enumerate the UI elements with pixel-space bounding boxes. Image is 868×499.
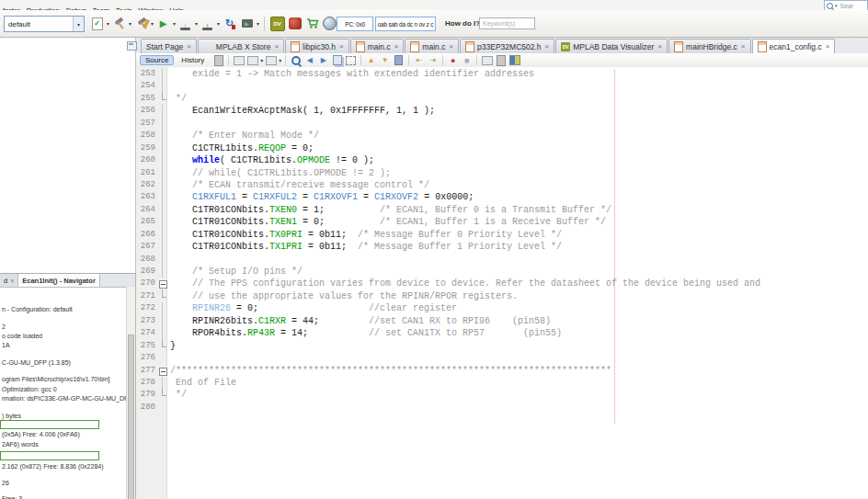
code-line[interactable]: 262 /* ECAN transmit/receive message con…: [136, 179, 868, 191]
tab-mainhbridge-c[interactable]: mainHBridge.c×: [668, 39, 750, 53]
tab-main-c[interactable]: main.c×: [405, 39, 459, 53]
code-line[interactable]: 255 */: [136, 93, 868, 105]
code-line[interactable]: 279 */: [136, 389, 868, 401]
code-line[interactable]: 280: [136, 402, 868, 414]
code-line[interactable]: 270 // The PPS configuration varies from…: [136, 278, 868, 289]
tab-main-c[interactable]: main.c×: [350, 39, 405, 53]
record-macro-icon[interactable]: ●: [447, 54, 459, 66]
code-line[interactable]: 268: [136, 254, 868, 266]
code-line[interactable]: 265 C1TR01CONbits.TXEN1 = 0; /* ECAN1, B…: [136, 216, 868, 228]
source-view-button[interactable]: Source: [140, 55, 174, 65]
close-icon[interactable]: ×: [10, 278, 14, 284]
close-icon[interactable]: ×: [826, 42, 830, 51]
views-dropdown-icon[interactable]: [246, 54, 258, 66]
stop-macro-icon[interactable]: ■: [461, 54, 473, 66]
line-number[interactable]: 256: [136, 105, 157, 117]
refresh-debug-icon[interactable]: ↻: [222, 15, 237, 32]
code-line[interactable]: 276: [136, 352, 868, 364]
line-number[interactable]: 262: [136, 179, 157, 191]
tab-start-page[interactable]: Start Page×: [141, 39, 197, 53]
data-visualizer-icon[interactable]: DV: [269, 15, 285, 32]
line-number[interactable]: 279: [136, 389, 157, 401]
line-number[interactable]: 273: [136, 315, 157, 327]
tab-dashboard[interactable]: d ×: [0, 274, 18, 287]
browser-icon[interactable]: [322, 15, 337, 32]
macros-dropdown-icon[interactable]: [265, 54, 277, 66]
next-bookmark-icon[interactable]: ▼: [379, 54, 391, 66]
line-number[interactable]: 275: [136, 340, 157, 352]
line-number[interactable]: 277: [136, 365, 157, 377]
program-device-icon[interactable]: ↓: [177, 15, 193, 32]
code-line[interactable]: 278 End of File: [136, 377, 868, 389]
dock-minimize-icon[interactable]: [127, 41, 137, 51]
code-line[interactable]: 253 exide = 1 -> Match messages with ext…: [136, 68, 868, 80]
code-line[interactable]: 269 /* Setup I/O pins */: [136, 266, 868, 278]
line-number[interactable]: 263: [136, 191, 157, 203]
close-icon[interactable]: ×: [657, 42, 662, 51]
history-view-button[interactable]: History: [176, 55, 210, 65]
shift-right-icon[interactable]: ⇥: [427, 54, 439, 66]
code-line[interactable]: 264 C1TR01CONbits.TXEN0 = 1; /* ECAN1, B…: [136, 204, 868, 216]
code-line[interactable]: 272 RPINR26 = 0; //clear register: [136, 302, 868, 314]
line-number[interactable]: 268: [136, 254, 157, 266]
diff-icon[interactable]: [508, 54, 520, 66]
tab-p33ep32mc502-h[interactable]: p33EP32MC502.h×: [460, 39, 554, 53]
line-number[interactable]: 267: [136, 241, 157, 253]
program-counter-box[interactable]: PC: 0x0: [337, 17, 373, 31]
discover-icon[interactable]: [287, 15, 303, 32]
code-line[interactable]: 260 while( C1CTRL1bits.OPMODE != 0 );: [136, 154, 868, 166]
code-line[interactable]: 263 C1RXFUL1 = C1RXFUL2 = C1RXOVF1 = C1R…: [136, 191, 868, 203]
shift-left-icon[interactable]: ⇤: [413, 54, 425, 66]
line-number[interactable]: 276: [136, 352, 157, 364]
line-number[interactable]: 266: [136, 229, 157, 241]
line-number[interactable]: 259: [136, 142, 157, 154]
status-flags-box[interactable]: oab sab da dc n ov z c: [375, 17, 436, 31]
attach-debugger-icon[interactable]: ▶: [239, 15, 255, 32]
line-number[interactable]: 264: [136, 204, 157, 216]
line-number[interactable]: 257: [136, 118, 157, 130]
line-number[interactable]: 274: [136, 327, 157, 339]
close-icon[interactable]: ×: [545, 42, 550, 51]
uncomment-icon[interactable]: [495, 54, 507, 66]
tab-mplab-data-visualizer[interactable]: DVMPLAB Data Visualizer×: [555, 39, 668, 53]
code-line[interactable]: 277/************************************…: [136, 365, 868, 377]
previous-bookmark-icon[interactable]: ▲: [365, 54, 377, 66]
code-line[interactable]: 256 Ecan1WriteRxAcptMask( 1, 0x1FFFFFFF,…: [136, 105, 868, 117]
code-line[interactable]: 257: [136, 118, 868, 130]
close-icon[interactable]: ×: [394, 42, 399, 51]
scrollbar-thumb[interactable]: [128, 335, 134, 499]
store-cart-icon[interactable]: [304, 15, 320, 32]
close-icon[interactable]: ×: [741, 42, 746, 51]
find-icon[interactable]: [290, 54, 302, 66]
close-icon[interactable]: ×: [274, 42, 279, 51]
fold-marker[interactable]: [157, 278, 168, 289]
tab-ecan1-config-c[interactable]: ecan1_config.c×: [752, 39, 836, 53]
run-icon[interactable]: ▶: [155, 15, 171, 32]
line-number[interactable]: 269: [136, 266, 157, 278]
project-config-icon[interactable]: ✓: [89, 15, 105, 32]
line-number[interactable]: 271: [136, 290, 157, 302]
code-line[interactable]: 266 C1TR01CONbits.TX0PRI = 0b11; /* Mess…: [136, 229, 868, 241]
build-hammer-icon[interactable]: [111, 15, 127, 32]
line-number[interactable]: 278: [136, 377, 157, 389]
comment-icon[interactable]: [481, 54, 493, 66]
tab-libpic30-h[interactable]: libpic30.h×: [285, 39, 349, 53]
read-device-icon[interactable]: ↑: [200, 15, 215, 32]
code-line[interactable]: 254: [136, 80, 868, 92]
back-icon[interactable]: ◀: [303, 54, 315, 66]
line-number[interactable]: 254: [136, 80, 157, 92]
keyword-search-input[interactable]: Keyword(s): [479, 17, 535, 29]
last-edit-icon[interactable]: [212, 54, 224, 66]
close-icon[interactable]: ×: [449, 42, 453, 51]
code-line[interactable]: 258 /* Enter Normal Mode */: [136, 130, 868, 142]
clean-build-icon[interactable]: [133, 15, 149, 32]
code-line[interactable]: 271 // use the appropriate values for th…: [136, 290, 868, 302]
close-icon[interactable]: ×: [339, 42, 344, 51]
close-icon[interactable]: ×: [187, 42, 191, 51]
line-number[interactable]: 253: [136, 68, 157, 80]
forward-icon[interactable]: ▶: [317, 54, 329, 66]
code-line[interactable]: 273 RPINR26bits.C1RXR = 44; //set CAN1 R…: [136, 315, 868, 327]
line-number[interactable]: 255: [136, 93, 157, 105]
toggle-bookmark-icon[interactable]: [393, 54, 405, 66]
open-document-icon[interactable]: [233, 54, 245, 66]
